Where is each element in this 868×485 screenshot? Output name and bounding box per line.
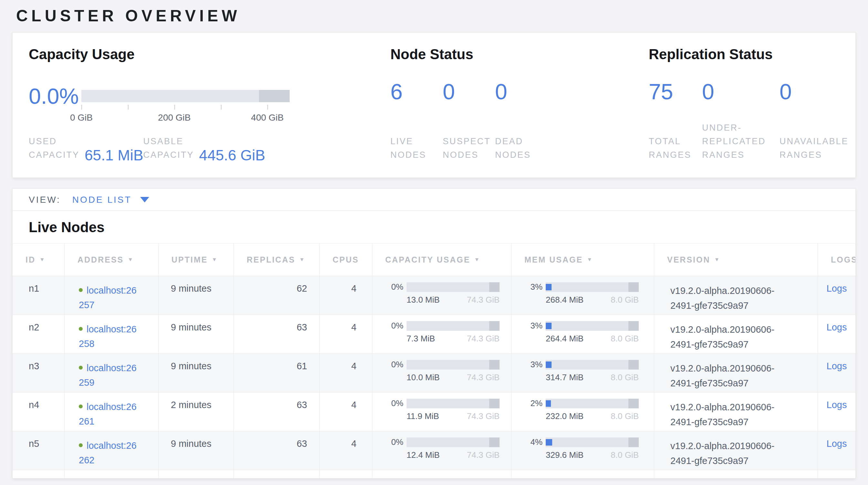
node-id-cell: n5 <box>12 431 65 470</box>
table-row: n1 localhost:26257 9 minutes 62 4 0% <box>12 276 856 315</box>
capacity-bar <box>407 360 500 370</box>
capacity-gauge-track <box>82 90 290 102</box>
memory-total: 8.0 GiB <box>611 411 639 421</box>
capacity-percent: 0% <box>377 321 403 331</box>
node-live-icon <box>79 288 83 292</box>
node-capacity-cell <box>372 470 512 479</box>
column-header[interactable]: LOGS <box>818 244 856 276</box>
node-cpus-cell: 4 <box>320 354 372 392</box>
capacity-metric-label: USABLE CAPACITY <box>144 135 194 162</box>
node-cpus-cell: 4 <box>320 431 372 470</box>
node-version-cell: v19.2.0-alpha.20190606-2491-gfe735c9a97 <box>654 354 818 392</box>
node-id-cell: n1 <box>12 276 65 315</box>
node-uptime-cell: 9 minutes <box>159 354 234 392</box>
replication-value: 75 <box>649 81 702 103</box>
memory-percent: 3% <box>517 360 542 370</box>
capacity-bar <box>407 282 500 292</box>
column-header[interactable]: UPTIME ▼ <box>159 244 234 276</box>
column-header[interactable]: MEM USAGE ▼ <box>512 244 654 276</box>
column-header[interactable]: CPUS <box>320 244 372 276</box>
capacity-metric-value: 65.1 MiB <box>85 148 144 163</box>
column-header[interactable]: CAPACITY USAGE ▼ <box>372 244 512 276</box>
node-uptime-cell: 9 minutes <box>159 276 234 315</box>
capacity-bar-reserved <box>489 399 500 408</box>
capacity-gauge-reserved-segment <box>259 90 290 102</box>
memory-bar-fill <box>546 323 552 329</box>
capacity-usage-section: Capacity Usage 0.0% 0 GiB200 GiB400 GiB <box>29 46 391 177</box>
node-address-link[interactable]: localhost:26261 <box>79 402 136 426</box>
capacity-bar-reserved <box>489 437 500 447</box>
sort-desc-icon: ▼ <box>474 257 480 263</box>
node-version-cell <box>654 470 818 479</box>
memory-percent: 3% <box>517 282 542 292</box>
sort-desc-icon: ▼ <box>587 257 593 263</box>
node-capacity-cell: 0% 7.3 MiB 74.3 GiB <box>372 315 512 353</box>
column-header[interactable]: REPLICAS ▼ <box>234 244 320 276</box>
node-live-icon <box>79 366 83 370</box>
node-address-link[interactable]: localhost:26258 <box>79 324 136 349</box>
node-status-value: 0 <box>495 81 547 103</box>
memory-total: 8.0 GiB <box>611 334 639 344</box>
node-version-cell: v19.2.0-alpha.20190606-2491-gfe735c9a97 <box>654 315 818 353</box>
table-row <box>12 470 856 479</box>
live-nodes-panel: VIEW: NODE LIST Live Nodes ID ▼ ADDRESS … <box>12 189 856 479</box>
node-logs-cell: Logs <box>818 354 856 392</box>
sort-desc-icon: ▼ <box>299 257 306 263</box>
node-cpus-cell <box>320 470 372 479</box>
memory-bar-reserved <box>628 282 639 292</box>
node-address-link[interactable]: localhost:26257 <box>79 285 136 310</box>
node-cpus-cell: 4 <box>320 276 372 315</box>
replication-value: 0 <box>779 81 848 103</box>
memory-bar <box>546 282 639 292</box>
memory-total: 8.0 GiB <box>611 450 639 460</box>
column-header[interactable]: VERSION ▼ <box>654 244 818 276</box>
logs-link[interactable]: Logs <box>827 400 847 410</box>
node-address-link[interactable]: localhost:26259 <box>79 363 136 388</box>
memory-used: 264.4 MiB <box>546 334 584 344</box>
node-status-value: 0 <box>443 81 495 103</box>
node-live-icon <box>79 404 83 408</box>
capacity-bar <box>407 437 500 447</box>
node-replicas-cell: 63 <box>234 431 320 470</box>
capacity-bar-reserved <box>489 360 500 370</box>
memory-bar <box>546 399 639 408</box>
capacity-metric: USABLE CAPACITY 445.6 GiB <box>144 135 266 162</box>
memory-bar-fill <box>546 439 552 446</box>
gauge-tick <box>175 105 175 110</box>
node-logs-cell: Logs <box>818 393 856 431</box>
node-replicas-cell: 62 <box>234 276 320 315</box>
column-header[interactable]: ADDRESS ▼ <box>65 244 159 276</box>
logs-link[interactable]: Logs <box>827 283 847 293</box>
node-status-value: 6 <box>391 81 443 103</box>
sort-desc-icon: ▼ <box>714 257 721 263</box>
capacity-used-percent: 0.0% <box>29 85 82 107</box>
capacity-total: 74.3 GiB <box>467 372 500 382</box>
capacity-total: 74.3 GiB <box>467 411 500 421</box>
capacity-metric: USED CAPACITY 65.1 MiB <box>29 135 144 162</box>
node-logs-cell: Logs <box>818 431 856 470</box>
logs-link[interactable]: Logs <box>827 322 847 333</box>
node-version-cell: v19.2.0-alpha.20190606-2491-gfe735c9a97 <box>654 393 818 431</box>
live-nodes-heading: Live Nodes <box>29 219 856 235</box>
node-replicas-cell: 63 <box>234 315 320 353</box>
capacity-bar-reserved <box>489 321 500 331</box>
node-replicas-cell: 63 <box>234 393 320 431</box>
memory-bar-fill <box>546 284 552 290</box>
capacity-used: 12.4 MiB <box>407 450 440 460</box>
node-memory-cell: 4% 329.6 MiB 8.0 GiB <box>512 431 654 470</box>
view-selector[interactable]: NODE LIST <box>72 195 149 205</box>
memory-bar-reserved <box>628 437 639 447</box>
node-address-cell: localhost:26261 <box>65 393 159 431</box>
logs-link[interactable]: Logs <box>827 361 847 371</box>
node-cpus-cell: 4 <box>320 393 372 431</box>
node-uptime-cell: 2 minutes <box>159 393 234 431</box>
node-uptime-cell: 9 minutes <box>159 431 234 470</box>
node-capacity-cell: 0% 10.0 MiB 74.3 GiB <box>372 354 512 392</box>
chevron-down-icon <box>140 197 149 202</box>
column-header-label: REPLICAS <box>247 255 295 264</box>
memory-bar-fill <box>546 362 552 368</box>
node-address-link[interactable]: localhost:26262 <box>79 440 136 465</box>
logs-link[interactable]: Logs <box>827 438 847 449</box>
column-header[interactable]: ID ▼ <box>12 244 65 276</box>
table-header-row: ID ▼ ADDRESS ▼ UPTIME ▼ REPLICAS ▼ CPUS … <box>12 243 856 276</box>
